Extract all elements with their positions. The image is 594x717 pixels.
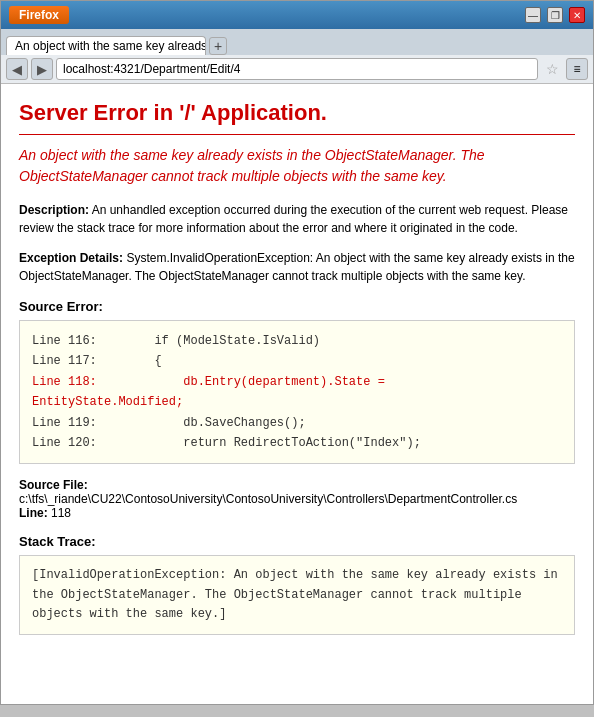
stack-trace-header: Stack Trace: — [19, 534, 575, 549]
menu-button[interactable]: ≡ — [566, 58, 588, 80]
back-button[interactable]: ◀ — [6, 58, 28, 80]
code-line-118: Line 118: db.Entry(department).State = — [32, 372, 562, 392]
line-label: Line: — [19, 506, 48, 520]
title-bar: Firefox — ❐ ✕ — [1, 1, 593, 29]
tab-label: An object with the same key alreads exis… — [15, 39, 206, 53]
exception-label: Exception Details: — [19, 251, 123, 265]
description-text: An unhandled exception occurred during t… — [19, 203, 568, 235]
source-file-label: Source File: — [19, 478, 88, 492]
server-error-title: Server Error in '/' Application. — [19, 100, 575, 135]
nav-bar: ◀ ▶ ☆ ≡ — [1, 55, 593, 84]
close-button[interactable]: ✕ — [569, 7, 585, 23]
exception-section: Exception Details: System.InvalidOperati… — [19, 249, 575, 285]
source-file-section: Source File: c:\tfs\_riande\CU22\Contoso… — [19, 478, 575, 520]
bookmark-star-icon[interactable]: ☆ — [541, 58, 563, 80]
description-section: Description: An unhandled exception occu… — [19, 201, 575, 237]
code-line-119: Line 119: db.SaveChanges(); — [32, 413, 562, 433]
minimize-button[interactable]: — — [525, 7, 541, 23]
address-bar[interactable] — [56, 58, 538, 80]
active-tab[interactable]: An object with the same key alreads exis… — [6, 36, 206, 55]
code-line-116: Line 116: if (ModelState.IsValid) — [32, 331, 562, 351]
firefox-button[interactable]: Firefox — [9, 6, 69, 24]
forward-button[interactable]: ▶ — [31, 58, 53, 80]
code-line-120: Line 120: return RedirectToAction("Index… — [32, 433, 562, 453]
page-content: Server Error in '/' Application. An obje… — [1, 84, 593, 704]
line-number: 118 — [51, 506, 71, 520]
browser-window: Firefox — ❐ ✕ An object with the same ke… — [0, 0, 594, 705]
source-error-header: Source Error: — [19, 299, 575, 314]
code-line-117: Line 117: { — [32, 351, 562, 371]
new-tab-button[interactable]: + — [209, 37, 227, 55]
stack-trace-block: [InvalidOperationException: An object wi… — [19, 555, 575, 635]
error-message: An object with the same key already exis… — [19, 145, 575, 187]
source-file-path: c:\tfs\_riande\CU22\ContosoUniversity\Co… — [19, 492, 517, 506]
source-code-block: Line 116: if (ModelState.IsValid) Line 1… — [19, 320, 575, 464]
code-line-118b: EntityState.Modified; — [32, 392, 562, 412]
tab-bar: An object with the same key alreads exis… — [1, 29, 593, 55]
restore-button[interactable]: ❐ — [547, 7, 563, 23]
description-label: Description: — [19, 203, 89, 217]
